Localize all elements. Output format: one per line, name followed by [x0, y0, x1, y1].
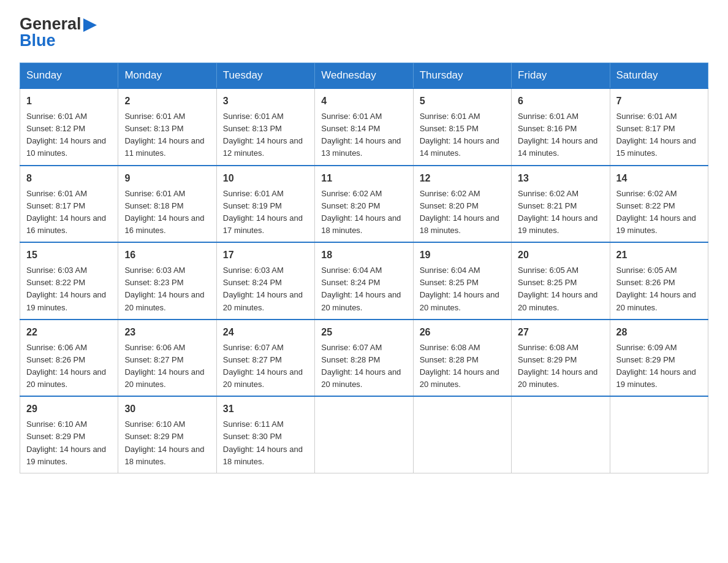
day-info: Sunrise: 6:04 AMSunset: 8:24 PMDaylight:… — [321, 264, 406, 314]
calendar-cell: 6Sunrise: 6:01 AMSunset: 8:16 PMDaylight… — [512, 88, 610, 166]
calendar-header-row: SundayMondayTuesdayWednesdayThursdayFrid… — [20, 63, 708, 89]
day-info: Sunrise: 6:08 AMSunset: 8:29 PMDaylight:… — [518, 342, 603, 391]
day-info: Sunrise: 6:04 AMSunset: 8:25 PMDaylight:… — [420, 264, 505, 314]
day-info: Sunrise: 6:05 AMSunset: 8:25 PMDaylight:… — [518, 264, 603, 314]
calendar-week-1: 1Sunrise: 6:01 AMSunset: 8:12 PMDaylight… — [20, 88, 708, 166]
day-info: Sunrise: 6:06 AMSunset: 8:27 PMDaylight:… — [124, 342, 210, 391]
calendar-cell: 21Sunrise: 6:05 AMSunset: 8:26 PMDayligh… — [610, 242, 708, 320]
calendar-cell: 16Sunrise: 6:03 AMSunset: 8:23 PMDayligh… — [118, 242, 216, 320]
day-info: Sunrise: 6:06 AMSunset: 8:26 PMDaylight:… — [26, 342, 112, 391]
day-number: 24 — [223, 325, 308, 340]
day-info: Sunrise: 6:02 AMSunset: 8:20 PMDaylight:… — [321, 188, 406, 237]
calendar-cell: 27Sunrise: 6:08 AMSunset: 8:29 PMDayligh… — [512, 320, 610, 397]
calendar-cell: 29Sunrise: 6:10 AMSunset: 8:29 PMDayligh… — [20, 396, 118, 473]
calendar-table: SundayMondayTuesdayWednesdayThursdayFrid… — [20, 63, 708, 473]
calendar-cell: 14Sunrise: 6:02 AMSunset: 8:22 PMDayligh… — [610, 166, 708, 243]
calendar-cell: 19Sunrise: 6:04 AMSunset: 8:25 PMDayligh… — [413, 242, 511, 320]
day-number: 7 — [616, 94, 702, 109]
day-number: 20 — [518, 248, 603, 262]
calendar-cell: 5Sunrise: 6:01 AMSunset: 8:15 PMDaylight… — [413, 88, 511, 166]
calendar-cell — [512, 396, 610, 473]
logo-triangle-icon — [83, 18, 97, 32]
day-number: 3 — [223, 94, 308, 109]
day-info: Sunrise: 6:03 AMSunset: 8:22 PMDaylight:… — [26, 264, 112, 314]
day-number: 11 — [321, 171, 406, 186]
calendar-cell — [413, 396, 511, 473]
day-info: Sunrise: 6:01 AMSunset: 8:14 PMDaylight:… — [321, 110, 406, 160]
calendar-cell — [315, 396, 413, 473]
day-info: Sunrise: 6:01 AMSunset: 8:17 PMDaylight:… — [616, 110, 702, 160]
day-info: Sunrise: 6:01 AMSunset: 8:18 PMDaylight:… — [124, 188, 210, 237]
day-info: Sunrise: 6:07 AMSunset: 8:27 PMDaylight:… — [223, 342, 308, 391]
day-number: 21 — [616, 248, 702, 262]
calendar-header-wednesday: Wednesday — [315, 63, 413, 89]
calendar-cell: 30Sunrise: 6:10 AMSunset: 8:29 PMDayligh… — [118, 396, 216, 473]
calendar-cell: 23Sunrise: 6:06 AMSunset: 8:27 PMDayligh… — [118, 320, 216, 397]
day-info: Sunrise: 6:01 AMSunset: 8:16 PMDaylight:… — [518, 110, 603, 160]
calendar-header-tuesday: Tuesday — [216, 63, 314, 89]
day-info: Sunrise: 6:01 AMSunset: 8:13 PMDaylight:… — [223, 110, 308, 160]
day-number: 17 — [223, 248, 308, 262]
calendar-header-monday: Monday — [118, 63, 216, 89]
calendar-header-sunday: Sunday — [20, 63, 118, 89]
calendar-cell: 17Sunrise: 6:03 AMSunset: 8:24 PMDayligh… — [216, 242, 314, 320]
calendar-cell: 28Sunrise: 6:09 AMSunset: 8:29 PMDayligh… — [610, 320, 708, 397]
day-info: Sunrise: 6:01 AMSunset: 8:19 PMDaylight:… — [223, 188, 308, 237]
day-info: Sunrise: 6:01 AMSunset: 8:13 PMDaylight:… — [124, 110, 210, 160]
calendar-cell: 3Sunrise: 6:01 AMSunset: 8:13 PMDaylight… — [216, 88, 314, 166]
day-info: Sunrise: 6:01 AMSunset: 8:12 PMDaylight:… — [26, 110, 112, 160]
calendar-week-4: 22Sunrise: 6:06 AMSunset: 8:26 PMDayligh… — [20, 320, 708, 397]
calendar-cell: 8Sunrise: 6:01 AMSunset: 8:17 PMDaylight… — [20, 166, 118, 243]
calendar-cell: 24Sunrise: 6:07 AMSunset: 8:27 PMDayligh… — [216, 320, 314, 397]
page-header: General Blue — [20, 15, 708, 50]
calendar-cell: 10Sunrise: 6:01 AMSunset: 8:19 PMDayligh… — [216, 166, 314, 243]
calendar-cell: 11Sunrise: 6:02 AMSunset: 8:20 PMDayligh… — [315, 166, 413, 243]
day-info: Sunrise: 6:10 AMSunset: 8:29 PMDaylight:… — [124, 418, 210, 468]
calendar-cell: 22Sunrise: 6:06 AMSunset: 8:26 PMDayligh… — [20, 320, 118, 397]
day-number: 13 — [518, 171, 603, 186]
day-number: 15 — [26, 248, 112, 262]
day-number: 2 — [124, 94, 210, 109]
calendar-header-saturday: Saturday — [610, 63, 708, 89]
day-info: Sunrise: 6:05 AMSunset: 8:26 PMDaylight:… — [616, 264, 702, 314]
day-number: 28 — [616, 325, 702, 340]
day-info: Sunrise: 6:02 AMSunset: 8:21 PMDaylight:… — [518, 188, 603, 237]
day-number: 1 — [26, 94, 112, 109]
day-number: 18 — [321, 248, 406, 262]
calendar-header-thursday: Thursday — [413, 63, 511, 89]
day-number: 19 — [420, 248, 505, 262]
day-number: 16 — [124, 248, 210, 262]
day-number: 26 — [420, 325, 505, 340]
day-number: 30 — [124, 402, 210, 416]
day-info: Sunrise: 6:11 AMSunset: 8:30 PMDaylight:… — [223, 418, 308, 468]
day-number: 4 — [321, 94, 406, 109]
calendar-cell: 15Sunrise: 6:03 AMSunset: 8:22 PMDayligh… — [20, 242, 118, 320]
calendar-cell: 4Sunrise: 6:01 AMSunset: 8:14 PMDaylight… — [315, 88, 413, 166]
calendar-week-5: 29Sunrise: 6:10 AMSunset: 8:29 PMDayligh… — [20, 396, 708, 473]
day-number: 31 — [223, 402, 308, 416]
calendar-cell: 25Sunrise: 6:07 AMSunset: 8:28 PMDayligh… — [315, 320, 413, 397]
day-info: Sunrise: 6:01 AMSunset: 8:17 PMDaylight:… — [26, 188, 112, 237]
day-number: 10 — [223, 171, 308, 186]
day-info: Sunrise: 6:03 AMSunset: 8:24 PMDaylight:… — [223, 264, 308, 314]
calendar-cell: 2Sunrise: 6:01 AMSunset: 8:13 PMDaylight… — [118, 88, 216, 166]
day-info: Sunrise: 6:01 AMSunset: 8:15 PMDaylight:… — [420, 110, 505, 160]
day-number: 29 — [26, 402, 112, 416]
day-number: 23 — [124, 325, 210, 340]
calendar-cell: 7Sunrise: 6:01 AMSunset: 8:17 PMDaylight… — [610, 88, 708, 166]
svg-marker-0 — [83, 18, 97, 32]
day-info: Sunrise: 6:02 AMSunset: 8:20 PMDaylight:… — [420, 188, 505, 237]
day-info: Sunrise: 6:10 AMSunset: 8:29 PMDaylight:… — [26, 418, 112, 468]
day-number: 8 — [26, 171, 112, 186]
calendar-header-friday: Friday — [512, 63, 610, 89]
calendar-cell: 13Sunrise: 6:02 AMSunset: 8:21 PMDayligh… — [512, 166, 610, 243]
day-info: Sunrise: 6:09 AMSunset: 8:29 PMDaylight:… — [616, 342, 702, 391]
calendar-cell: 26Sunrise: 6:08 AMSunset: 8:28 PMDayligh… — [413, 320, 511, 397]
day-info: Sunrise: 6:08 AMSunset: 8:28 PMDaylight:… — [420, 342, 505, 391]
calendar-cell: 18Sunrise: 6:04 AMSunset: 8:24 PMDayligh… — [315, 242, 413, 320]
calendar-cell: 31Sunrise: 6:11 AMSunset: 8:30 PMDayligh… — [216, 396, 314, 473]
calendar-cell: 12Sunrise: 6:02 AMSunset: 8:20 PMDayligh… — [413, 166, 511, 243]
calendar-cell: 20Sunrise: 6:05 AMSunset: 8:25 PMDayligh… — [512, 242, 610, 320]
calendar-cell: 1Sunrise: 6:01 AMSunset: 8:12 PMDaylight… — [20, 88, 118, 166]
day-info: Sunrise: 6:02 AMSunset: 8:22 PMDaylight:… — [616, 188, 702, 237]
